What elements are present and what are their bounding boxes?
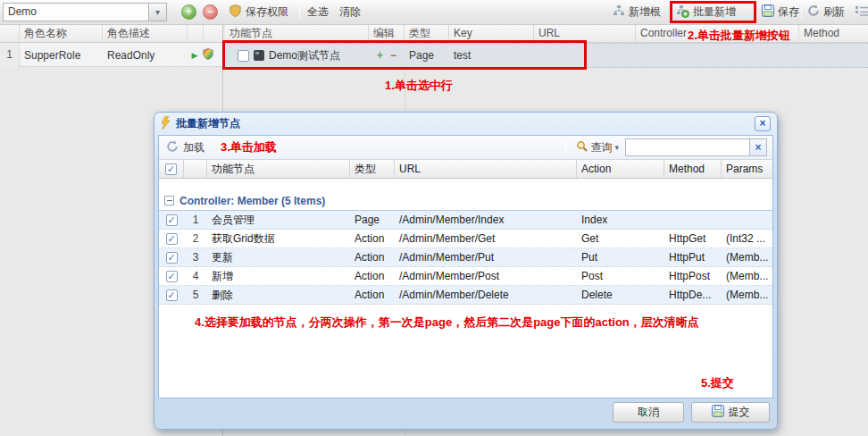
params-cell[interactable]: (Memb... bbox=[722, 289, 772, 301]
url-cell[interactable]: /Admin/Member/Get bbox=[395, 232, 577, 245]
role-combobox-value[interactable]: Demo bbox=[3, 3, 148, 21]
role-desc-cell[interactable]: ReadOnly bbox=[103, 49, 188, 62]
row-checkbox[interactable]: ✓ bbox=[166, 252, 178, 264]
search-icon bbox=[576, 140, 588, 155]
list-icon[interactable] bbox=[855, 0, 868, 24]
type-cell[interactable]: Page bbox=[350, 214, 395, 226]
add-root-button[interactable]: 新增根 bbox=[613, 0, 661, 24]
method-cell[interactable]: HttpPut bbox=[664, 251, 722, 264]
load-label: 加载 bbox=[183, 140, 204, 155]
chevron-down-icon: ▾ bbox=[614, 143, 619, 152]
batch-add-dialog: 批量新增节点 × 加载 3.单击加载 查询 ▾ bbox=[154, 112, 778, 430]
method-cell[interactable]: HttpGet bbox=[664, 232, 722, 245]
add-role-button[interactable]: + bbox=[181, 4, 196, 20]
clear-search-icon[interactable]: × bbox=[750, 138, 767, 156]
url-cell[interactable]: /Admin/Member/Delete bbox=[395, 289, 577, 301]
dialog-title: 批量新增节点 bbox=[176, 116, 240, 131]
toolbar-separator bbox=[299, 5, 300, 20]
method-cell[interactable]: HttpPost bbox=[664, 270, 722, 282]
combo-dropdown-icon[interactable]: ▾ bbox=[148, 3, 167, 21]
role-table-row[interactable]: 1 SupperRole ReadOnly ▶ bbox=[0, 43, 222, 67]
url-cell[interactable]: /Admin/Member/Post bbox=[395, 270, 577, 282]
row-checkbox[interactable]: ✓ bbox=[166, 271, 178, 282]
checkbox-check[interactable]: ✓ bbox=[165, 164, 177, 175]
query-button[interactable]: 查询 ▾ bbox=[573, 138, 622, 157]
type-cell[interactable]: Action bbox=[350, 289, 395, 301]
row-number: 5 bbox=[184, 289, 207, 301]
role-name-header[interactable]: 角色名称 bbox=[20, 25, 103, 43]
role-name-cell[interactable]: SupperRole bbox=[20, 49, 103, 62]
search-input[interactable] bbox=[625, 138, 750, 156]
load-button[interactable]: 加载 bbox=[163, 138, 208, 157]
submit-button[interactable]: 提交 bbox=[691, 402, 770, 423]
params-col-header[interactable]: Params bbox=[722, 160, 772, 178]
node-name-cell[interactable]: 新增 bbox=[207, 269, 350, 284]
node-name-cell[interactable]: 获取Grid数据 bbox=[207, 231, 350, 247]
refresh-button[interactable]: 刷新 bbox=[807, 0, 845, 24]
cancel-button[interactable]: 取消 bbox=[613, 402, 684, 423]
dialog-titlebar[interactable]: 批量新增节点 × bbox=[158, 113, 773, 135]
batch-add-nodes-screen: { "icons": { "dropdown_arrow": "▾", "plu… bbox=[0, 0, 868, 436]
dialog-search-area: 查询 ▾ × bbox=[565, 138, 767, 157]
select-all-checkbox[interactable]: ✓ bbox=[159, 160, 184, 178]
type-cell[interactable]: Action bbox=[350, 270, 395, 282]
action-cell[interactable]: Index bbox=[577, 214, 664, 226]
table-row[interactable]: ✓ 1 会员管理 Page /Admin/Member/Index Index bbox=[159, 211, 772, 230]
table-row[interactable]: ✓ 4 新增 Action /Admin/Member/Post Post Ht… bbox=[159, 267, 772, 286]
annotation-box-batch-add bbox=[670, 1, 756, 23]
role-combobox[interactable]: Demo ▾ bbox=[3, 3, 167, 21]
clear-button[interactable]: 清除 bbox=[339, 0, 361, 24]
add-root-label: 新增根 bbox=[629, 4, 661, 20]
row-checkbox[interactable]: ✓ bbox=[166, 233, 178, 245]
select-all-button[interactable]: 全选 bbox=[307, 0, 329, 24]
shield-icon bbox=[229, 4, 242, 21]
action-cell[interactable]: Delete bbox=[577, 289, 664, 301]
refresh-label: 刷新 bbox=[823, 4, 845, 20]
node-col-header[interactable]: 功能节点 bbox=[207, 160, 350, 178]
close-icon[interactable]: × bbox=[755, 116, 771, 131]
refresh-icon bbox=[807, 4, 820, 20]
table-row[interactable]: ✓ 2 获取Grid数据 Action /Admin/Member/Get Ge… bbox=[159, 230, 772, 248]
table-row[interactable]: ✓ 3 更新 Action /Admin/Member/Put Put Http… bbox=[159, 248, 772, 267]
tree-root-icon bbox=[613, 4, 625, 20]
params-cell[interactable]: (Memb... bbox=[722, 270, 772, 282]
floppy-disk-icon bbox=[712, 405, 724, 420]
params-cell[interactable]: (Int32 ... bbox=[722, 232, 772, 245]
node-name-cell[interactable]: 会员管理 bbox=[207, 213, 350, 228]
remove-role-button[interactable]: − bbox=[203, 4, 218, 20]
row-checkbox[interactable]: ✓ bbox=[166, 289, 178, 301]
save-button[interactable]: 保存 bbox=[762, 0, 799, 24]
play-icon[interactable]: ▶ bbox=[188, 51, 202, 60]
action-cell[interactable]: Put bbox=[577, 251, 664, 264]
type-col-header[interactable]: 类型 bbox=[350, 160, 395, 178]
role-row-number: 1 bbox=[0, 43, 20, 67]
toolbar-separator bbox=[565, 140, 566, 155]
action-cell[interactable]: Post bbox=[577, 270, 664, 282]
type-cell[interactable]: Action bbox=[350, 232, 395, 245]
save-permission-label: 保存权限 bbox=[246, 4, 288, 20]
type-cell[interactable]: Action bbox=[350, 251, 395, 264]
load-refresh-icon bbox=[166, 140, 179, 155]
toolbar-separator bbox=[801, 5, 802, 20]
save-permission-button[interactable]: 保存权限 bbox=[229, 0, 288, 24]
select-all-label: 全选 bbox=[307, 4, 329, 20]
action-col-header[interactable]: Action bbox=[577, 160, 664, 178]
role-shield-icon[interactable] bbox=[202, 47, 222, 63]
node-name-cell[interactable]: 删除 bbox=[207, 288, 350, 303]
method-cell[interactable]: HttpDe... bbox=[664, 289, 722, 301]
node-name-cell[interactable]: 更新 bbox=[207, 250, 350, 265]
method-col-header[interactable]: Method bbox=[664, 160, 722, 178]
row-checkbox[interactable]: ✓ bbox=[166, 214, 178, 226]
url-cell[interactable]: /Admin/Member/Put bbox=[395, 251, 577, 264]
params-cell[interactable]: (Memb... bbox=[722, 251, 772, 264]
collapse-icon[interactable] bbox=[164, 196, 174, 205]
table-row[interactable]: ✓ 5 删除 Action /Admin/Member/Delete Delet… bbox=[159, 286, 772, 305]
row-number: 1 bbox=[184, 214, 207, 226]
role-rownum-header bbox=[0, 25, 20, 43]
group-header[interactable]: Controller: Member (5 Items) bbox=[159, 191, 772, 211]
method-col-header[interactable]: Method bbox=[799, 25, 868, 43]
role-desc-header[interactable]: 角色描述 bbox=[103, 25, 188, 43]
url-col-header[interactable]: URL bbox=[395, 160, 577, 178]
action-cell[interactable]: Get bbox=[577, 232, 664, 245]
url-cell[interactable]: /Admin/Member/Index bbox=[395, 214, 577, 226]
